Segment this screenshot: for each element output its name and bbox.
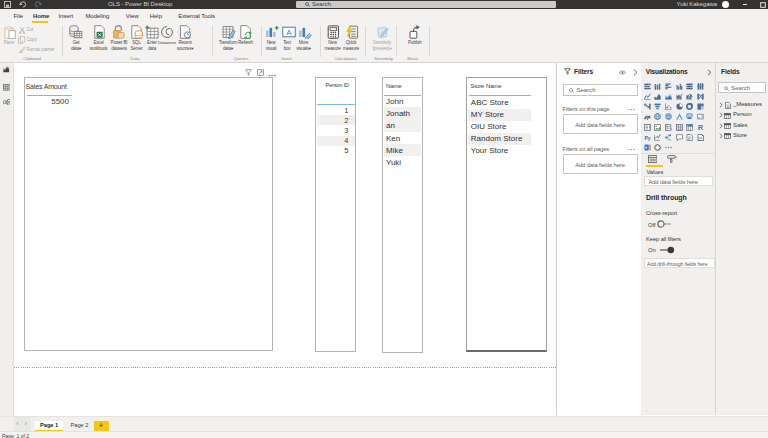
svg-text:R: R [698,124,703,131]
svg-text:Py: Py [644,135,650,141]
svg-text:A: A [286,27,292,36]
